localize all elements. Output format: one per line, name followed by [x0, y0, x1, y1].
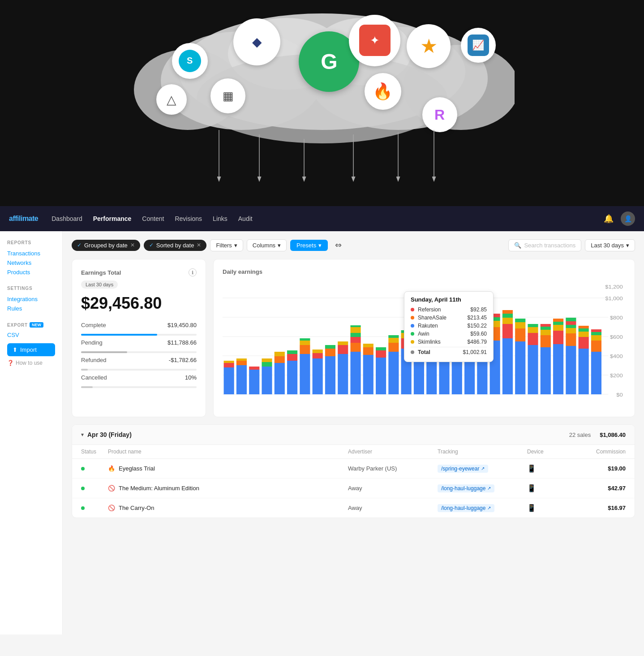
presets-button[interactable]: Presets ▾	[290, 240, 328, 251]
pending-value: $11,788.66	[167, 339, 197, 346]
svg-text:$400: $400	[610, 354, 623, 358]
svg-rect-25	[236, 365, 247, 394]
tracking-2: /long-haul-luggage ↗	[438, 484, 527, 492]
columns-button[interactable]: Columns ▾	[247, 239, 287, 251]
svg-rect-126	[553, 322, 563, 325]
svg-rect-123	[553, 344, 563, 394]
svg-rect-62	[376, 350, 386, 358]
date-group-meta: 22 sales $1,086.40	[569, 432, 626, 438]
sales-count: 22 sales	[569, 432, 591, 438]
date-group-header[interactable]: ▾ Apr 30 (Friday) 22 sales $1,086.40	[72, 425, 635, 445]
svg-rect-134	[579, 349, 589, 394]
chart-wrapper: Sunday, April 11th Refersion $92.85 Shar…	[223, 282, 626, 408]
expand-button[interactable]: ⇔	[331, 238, 345, 252]
presets-label: Presets	[296, 242, 316, 249]
sidebar-products[interactable]: Products	[7, 268, 55, 277]
close-icon-2[interactable]: ✕	[197, 242, 201, 248]
svg-rect-111	[515, 328, 525, 341]
nav-revisions[interactable]: Revisions	[175, 215, 202, 222]
svg-rect-23	[224, 363, 234, 367]
import-icon: ⬆	[13, 346, 17, 353]
svg-rect-66	[388, 338, 399, 343]
advertiser-2: Away	[348, 485, 438, 492]
how-to-use[interactable]: ❓ How to use	[7, 360, 55, 366]
earnings-title: Earnings Total	[81, 269, 121, 276]
chart-tooltip: Sunday, April 11th Refersion $92.85 Shar…	[404, 291, 494, 362]
search-box: 🔍 Search transactions	[508, 239, 581, 251]
svg-text:Apr 1: Apr 1	[223, 398, 236, 399]
chevron-down-icon-4: ▾	[626, 242, 629, 249]
nav-content[interactable]: Content	[142, 215, 164, 222]
info-icon[interactable]: ℹ	[189, 268, 197, 276]
sidebar-integrations[interactable]: Integrations	[7, 294, 55, 304]
svg-rect-24	[224, 361, 234, 363]
svg-rect-35	[275, 352, 285, 356]
svg-rect-52	[350, 352, 361, 394]
notification-icon[interactable]: 🔔	[604, 214, 614, 224]
table-row: 🔥 Eyeglass Trial Warby Parker (US) /spri…	[72, 459, 635, 479]
close-icon[interactable]: ✕	[130, 242, 135, 248]
sidebar-settings-label: SETTINGS	[7, 286, 55, 291]
header-tracking: Tracking	[438, 449, 527, 455]
svg-rect-132	[566, 321, 576, 325]
nav-dashboard[interactable]: Dashboard	[52, 215, 82, 222]
tracking-link-2[interactable]: /long-haul-luggage ↗	[438, 484, 494, 492]
date-range-label: Last 30 days	[591, 242, 624, 249]
cancelled-value: 10%	[185, 374, 197, 381]
svg-rect-133	[566, 318, 576, 321]
filter-label: Filters	[216, 242, 232, 249]
tooltip-dot-skimlinks	[411, 340, 414, 344]
svg-rect-58	[363, 355, 374, 394]
svg-rect-38	[287, 350, 297, 354]
svg-rect-135	[579, 337, 589, 349]
status-cell-2	[81, 485, 108, 492]
tooltip-val-skimlinks: $486.79	[468, 339, 487, 345]
nav-audit[interactable]: Audit	[238, 215, 253, 222]
sorted-by-date-chip[interactable]: ✓ Sorted by date ✕	[144, 240, 207, 251]
svg-rect-48	[325, 345, 335, 349]
sidebar-reports-label: REPORTS	[7, 240, 55, 245]
svg-rect-61	[376, 358, 386, 394]
grouped-by-date-chip[interactable]: ✓ Grouped by date ✕	[72, 240, 140, 251]
sidebar-csv[interactable]: CSV	[7, 330, 55, 340]
date-range-button[interactable]: Last 30 days ▾	[585, 239, 635, 251]
nav-links: Dashboard Performance Content Revisions …	[52, 215, 590, 222]
svg-rect-107	[502, 318, 513, 324]
nav-performance[interactable]: Performance	[93, 215, 132, 222]
sidebar-rules[interactable]: Rules	[7, 304, 55, 313]
stats-row: Earnings Total ℹ Last 30 days $29,456.80…	[72, 259, 635, 417]
brand-logo[interactable]: affilimate	[9, 215, 38, 223]
chevron-icon: ▾	[81, 432, 84, 438]
product-icon-1: 🔥	[108, 465, 115, 472]
tooltip-row-shareasale: ShareASale $213.45	[411, 315, 487, 321]
svg-rect-130	[566, 328, 576, 333]
filters-button[interactable]: Filters ▾	[210, 239, 243, 251]
svg-rect-29	[249, 367, 259, 370]
tracking-link-1[interactable]: /spring-eyewear ↗	[438, 465, 488, 473]
svg-rect-121	[541, 327, 551, 330]
status-cell-3	[81, 505, 108, 511]
tracking-path-1: /spring-eyewear	[441, 466, 479, 472]
svg-rect-108	[502, 314, 513, 318]
svg-rect-141	[591, 335, 601, 341]
svg-rect-105	[502, 338, 513, 394]
svg-rect-143	[591, 329, 601, 332]
date-badge: Last 30 days	[81, 281, 118, 289]
header-advertiser: Advertiser	[348, 449, 438, 455]
import-button[interactable]: ⬆ Import	[7, 343, 55, 356]
cancelled-label: Cancelled	[81, 374, 107, 381]
tracking-link-3[interactable]: /long-haul-luggage ↗	[438, 504, 494, 512]
svg-rect-27	[236, 358, 247, 361]
link-icon-1: ↗	[481, 466, 485, 471]
sidebar-transactions[interactable]: Transactions	[7, 249, 55, 258]
svg-rect-64	[388, 352, 399, 394]
user-avatar[interactable]: 👤	[621, 211, 635, 226]
svg-rect-26	[236, 361, 247, 365]
search-placeholder[interactable]: Search transactions	[524, 242, 575, 249]
export-badge: NEW	[30, 322, 43, 328]
nav-links-item[interactable]: Links	[213, 215, 228, 222]
svg-rect-49	[338, 354, 348, 394]
sidebar-networks[interactable]: Networks	[7, 258, 55, 268]
svg-rect-129	[566, 333, 576, 346]
logo-circle-grid: ▦	[210, 78, 245, 113]
